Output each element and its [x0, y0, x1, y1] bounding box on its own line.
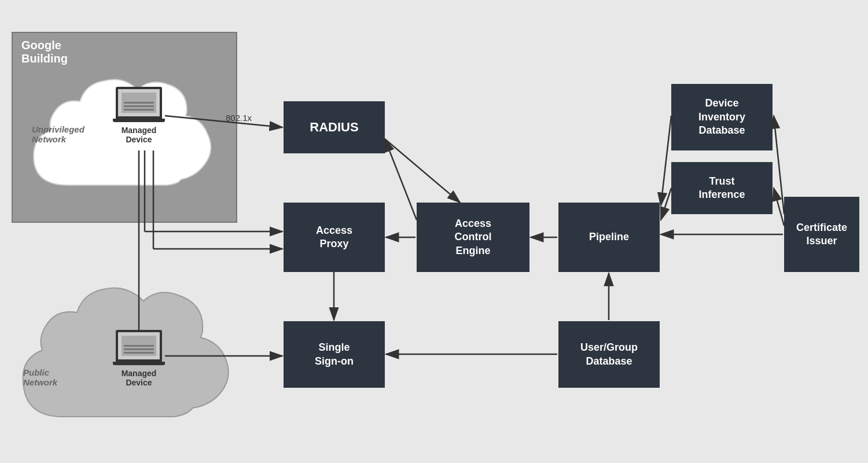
label-802-1x: 802.1x — [226, 113, 252, 123]
user-group-database-box: User/Group Database — [558, 321, 660, 388]
device-inventory-box: Device Inventory Database — [671, 84, 773, 150]
managed-device-2-label: Managed Device — [122, 369, 157, 387]
svg-line-15 — [661, 116, 671, 205]
svg-line-17 — [774, 116, 784, 214]
svg-line-16 — [661, 188, 671, 220]
trust-inference-box: Trust Inference — [671, 162, 773, 214]
svg-line-3 — [385, 139, 460, 203]
radius-box: RADIUS — [284, 101, 385, 153]
managed-device-1-label: Managed Device — [122, 126, 157, 144]
diagram-container: Google Building Unprivileged Network Man… — [0, 0, 868, 463]
access-control-engine-box: Access Control Engine — [417, 203, 529, 272]
svg-line-18 — [774, 188, 784, 226]
laptop-screen-2 — [116, 330, 162, 362]
unprivileged-network-label: Unprivileged Network — [32, 124, 84, 144]
public-network-label: Public Network — [23, 368, 57, 387]
managed-device-1: Managed Device — [113, 87, 165, 144]
single-signon-box: Single Sign-on — [284, 321, 385, 388]
laptop-screen-1 — [116, 87, 162, 119]
pipeline-box: Pipeline — [558, 203, 660, 272]
access-proxy-box: Access Proxy — [284, 203, 385, 272]
certificate-issuer-box: Certificate Issuer — [784, 197, 859, 272]
managed-device-2: Managed Device — [113, 330, 165, 387]
svg-line-20 — [385, 139, 417, 220]
